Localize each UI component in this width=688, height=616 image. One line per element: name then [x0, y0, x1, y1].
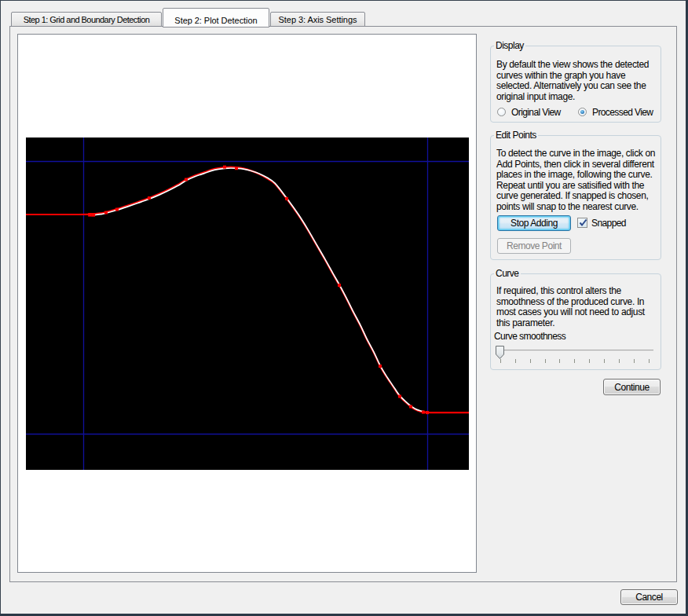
slider-tick [545, 359, 546, 363]
display-group-title: Display [494, 40, 525, 51]
display-group-description: By default the view shows the detectedcu… [496, 60, 659, 102]
curve-group-title: Curve [494, 268, 521, 279]
edit-points-group-description: To detect the curve in the image, click … [496, 148, 659, 212]
text-line: To detect the curve in the image, click … [496, 148, 659, 160]
text-line: By default the view shows the detected [496, 60, 659, 71]
snapped-checkbox[interactable] [577, 218, 587, 228]
slider-tick [559, 359, 560, 363]
text-line: most cases you will not need to adjust [496, 307, 659, 318]
curve-smoothness-label: Curve smoothness [494, 331, 565, 342]
text-line: selected. Alternatively you can see the [496, 81, 659, 92]
edit-points-group-title: Edit Points [494, 130, 538, 141]
text-line: points will snap to the nearest curve. [496, 202, 659, 213]
curve-point-marker[interactable] [88, 213, 92, 217]
processed-view-radio-label[interactable]: Processed View [592, 107, 653, 118]
curve-point-marker[interactable] [185, 178, 188, 182]
curve-point-marker[interactable] [379, 365, 382, 368]
plot-detection-wizard-window: { "tabs": { "items": [ { "label": "Step … [0, 0, 688, 616]
continue-button[interactable]: Continue [603, 379, 661, 395]
text-line: If required, this control alters the [496, 286, 659, 297]
snapped-checkbox-label[interactable]: Snapped [591, 218, 626, 229]
text-line: original input image. [496, 92, 659, 103]
tab-step1-grid-boundary[interactable]: Step 1: Grid and Boundary Detection [11, 12, 162, 27]
curve-point-marker[interactable] [223, 166, 226, 169]
tab-step3-axis-settings[interactable]: Step 3: Axis Settings [270, 12, 365, 27]
text-line: Add Points, then click in several differ… [496, 160, 659, 170]
curve-smoothness-slider-track[interactable] [496, 350, 653, 351]
text-line: curve generated. If snapped is chosen, [496, 191, 659, 202]
curve-point-marker[interactable] [426, 411, 429, 414]
text-line: smoothness of the produced curve. In [496, 297, 659, 308]
window-border-top [0, 0, 688, 1]
slider-tick [619, 359, 620, 363]
plot-image[interactable] [26, 138, 469, 470]
remove-point-button[interactable]: Remove Point [497, 238, 571, 254]
slider-tick [634, 359, 635, 363]
curve-point-marker[interactable] [148, 196, 151, 200]
slider-tick [589, 359, 590, 363]
slider-tick [500, 359, 501, 363]
image-view-panel[interactable] [17, 34, 477, 573]
text-line: Repeat until you are satisified with the [496, 181, 659, 192]
text-line: curves within the graph you have [496, 71, 659, 82]
curve-group: Curve If required, this control alters t… [490, 273, 661, 370]
curve-point-marker[interactable] [422, 411, 425, 414]
curve-point-marker[interactable] [285, 197, 288, 200]
tab-step2-plot-detection[interactable]: Step 2: Plot Detection [163, 8, 269, 28]
original-view-radio-label[interactable]: Original View [511, 107, 561, 118]
original-view-radio[interactable] [497, 108, 506, 116]
plot-black-background [26, 138, 469, 470]
checkmark-icon [578, 218, 588, 228]
processed-view-radio[interactable] [578, 108, 587, 116]
curve-point-marker[interactable] [104, 211, 108, 214]
text-line: this parameter. [496, 318, 659, 329]
curve-point-marker[interactable] [235, 167, 238, 170]
slider-tick [604, 359, 605, 363]
curve-group-description: If required, this control alters thesmoo… [496, 286, 659, 328]
curve-point-marker[interactable] [338, 284, 341, 287]
cancel-button[interactable]: Cancel [620, 589, 678, 605]
curve-point-marker[interactable] [409, 405, 412, 409]
stop-adding-button[interactable]: Stop Adding [497, 215, 571, 231]
slider-tick [574, 359, 575, 363]
curve-point-marker[interactable] [115, 208, 119, 211]
slider-tick [515, 359, 516, 363]
slider-tick [649, 359, 650, 363]
window-border-left [0, 0, 1, 616]
slider-tick [530, 359, 531, 363]
curve-point-marker[interactable] [398, 395, 401, 398]
display-group: Display By default the view shows the de… [490, 46, 661, 123]
curve-point-marker[interactable] [92, 213, 96, 217]
text-line: places in the image, following the curve… [496, 170, 659, 181]
